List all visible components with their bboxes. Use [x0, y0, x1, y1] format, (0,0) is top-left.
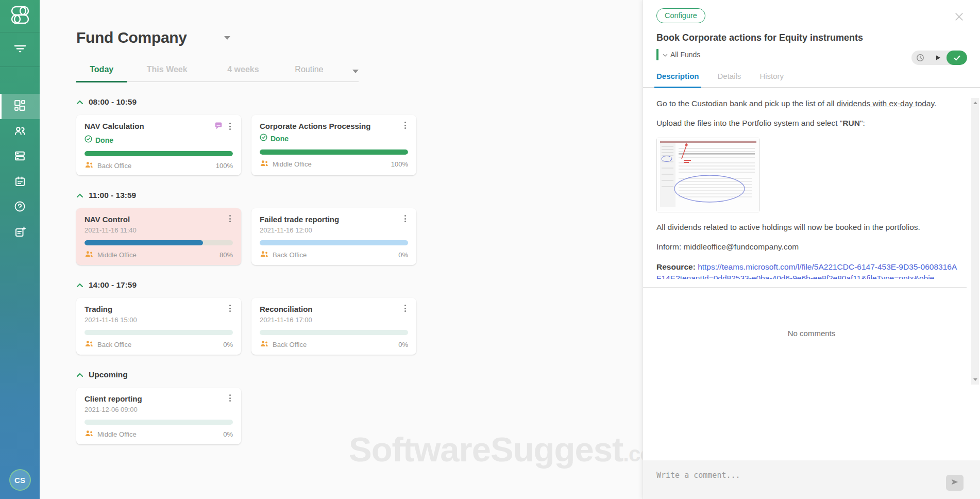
task-card-trading[interactable]: Trading 2021-11-16 15:00 Back Office 0% [76, 298, 241, 355]
sidebar-item-help[interactable] [0, 195, 40, 220]
progress-track [85, 151, 233, 156]
configure-button[interactable]: Configure [656, 8, 705, 23]
card-title: NAV Control [85, 215, 130, 224]
description-scrollarea[interactable]: Go to the Custodian bank and pick up the… [643, 88, 980, 374]
no-comments-text: No comments [643, 288, 980, 374]
team-label: Back Office [273, 341, 307, 348]
progress-track [260, 149, 408, 155]
new-note-icon [14, 226, 26, 240]
tab-today[interactable]: Today [76, 65, 127, 81]
tab-details[interactable]: Details [718, 72, 741, 87]
routine-dropdown-caret-icon[interactable] [352, 70, 359, 73]
card-menu-icon[interactable] [227, 393, 233, 403]
team-people-icon [260, 159, 269, 169]
sidebar-item-calendar[interactable] [0, 170, 40, 195]
sidebar-item-new-note[interactable] [0, 220, 40, 245]
tab-routine[interactable]: Routine [279, 65, 339, 81]
resource-link[interactable]: https://teams.microsoft.com/l/file/5A221… [656, 262, 957, 279]
scroll-down-icon[interactable] [971, 376, 979, 384]
progress-fill [85, 240, 203, 245]
help-icon [13, 200, 26, 215]
card-menu-icon[interactable] [227, 122, 233, 131]
chevron-up-icon[interactable] [76, 370, 83, 379]
card-datetime: 2021-11-16 17:00 [260, 316, 408, 324]
sidebar: CS [0, 0, 40, 499]
sidebar-item-tasks[interactable] [0, 144, 40, 170]
funds-label[interactable]: All Funds [670, 51, 700, 59]
tab-4-weeks[interactable]: 4 weeks [207, 65, 279, 81]
main-area: Fund Company Today This Week 4 weeks Rou… [40, 0, 643, 499]
team-label: Middle Office [97, 251, 137, 259]
comment-bubble-icon[interactable] [214, 121, 223, 132]
task-card-nav-calculation[interactable]: NAV Calculation Done [76, 115, 241, 175]
chevron-up-icon[interactable] [76, 97, 83, 107]
card-title: NAV Calculation [85, 122, 144, 130]
progress-fill [85, 151, 233, 156]
sidebar-item-team[interactable] [0, 119, 40, 144]
comment-input[interactable] [656, 471, 924, 480]
progress-percent: 0% [398, 341, 408, 348]
task-card-failed-trade-reporting[interactable]: Failed trade reporting 2021-11-16 12:00 … [251, 208, 416, 265]
progress-percent: 0% [223, 430, 233, 438]
logo-icon [10, 5, 30, 27]
card-title: Trading [85, 305, 112, 313]
complete-check-icon[interactable] [947, 51, 967, 65]
user-avatar[interactable]: CS [9, 469, 31, 491]
task-card-nav-control[interactable]: NAV Control 2021-11-16 11:40 Middle Offi… [76, 208, 241, 265]
send-comment-button[interactable] [946, 475, 964, 491]
chevron-up-icon[interactable] [76, 191, 83, 200]
page-title: Fund Company [76, 29, 187, 46]
task-description: Go to the Custodian bank and pick up the… [643, 88, 980, 279]
chevron-down-icon[interactable] [663, 50, 668, 59]
team-label: Back Office [97, 162, 131, 170]
card-menu-icon[interactable] [227, 304, 233, 313]
team-icon [13, 124, 26, 139]
play-icon[interactable] [929, 51, 947, 65]
progress-percent: 0% [398, 251, 408, 259]
card-menu-icon[interactable] [402, 214, 408, 223]
card-datetime: 2021-11-16 15:00 [85, 316, 233, 324]
time-section: 11:00 - 13:59 NAV Control 2021-11-16 11:… [76, 191, 643, 265]
team-people-icon [260, 340, 269, 349]
task-card-client-reporting[interactable]: Client reporting 2021-12-06 09:00 Middle… [76, 388, 241, 444]
card-menu-icon[interactable] [402, 121, 408, 130]
team-people-icon [260, 250, 269, 259]
time-section: 14:00 - 17:59 Trading 2021-11-16 15:00 [76, 280, 643, 355]
clock-icon[interactable] [911, 51, 929, 65]
sidebar-nav [0, 94, 40, 245]
app-logo[interactable] [0, 0, 40, 32]
comment-bar [643, 460, 980, 499]
time-section: 08:00 - 10:59 NAV Calculation [76, 97, 643, 175]
card-menu-icon[interactable] [402, 304, 408, 313]
company-dropdown-caret-icon[interactable] [224, 36, 230, 40]
progress-track [85, 420, 233, 425]
chevron-up-icon[interactable] [76, 280, 83, 290]
tab-history[interactable]: History [759, 72, 784, 87]
done-check-icon [260, 134, 267, 143]
view-tabs: Today This Week 4 weeks Routine [76, 65, 359, 82]
card-menu-icon[interactable] [227, 214, 233, 223]
funds-accent-bar [656, 49, 658, 60]
calendar-icon [14, 175, 26, 190]
tab-this-week[interactable]: This Week [127, 65, 207, 81]
team-people-icon [85, 161, 94, 170]
close-icon[interactable] [954, 11, 965, 22]
task-card-reconciliation[interactable]: Reconciliation 2021-11-16 17:00 Back Off… [251, 298, 416, 355]
task-card-corporate-actions[interactable]: Corporate Actions Processing Done [251, 115, 416, 175]
section-label: 08:00 - 10:59 [89, 97, 137, 107]
team-people-icon [85, 340, 94, 349]
progress-percent: 80% [219, 251, 233, 259]
panel-scrollbar[interactable] [971, 98, 979, 385]
sidebar-item-dashboard[interactable] [0, 94, 40, 119]
portfolio-screenshot-thumbnail[interactable] [656, 138, 760, 212]
team-people-icon [85, 429, 94, 439]
section-label: Upcoming [89, 370, 128, 379]
sidebar-item-filter[interactable] [0, 32, 40, 67]
task-title: Book Corporate actions for Equity instru… [656, 32, 967, 43]
tab-description[interactable]: Description [656, 72, 699, 87]
description-underlined-phrase: dividends with ex-day today [837, 99, 934, 108]
scroll-up-icon[interactable] [971, 99, 979, 107]
status-badge: Done [271, 135, 289, 143]
progress-percent: 0% [223, 341, 233, 348]
status-badge: Done [95, 136, 113, 144]
